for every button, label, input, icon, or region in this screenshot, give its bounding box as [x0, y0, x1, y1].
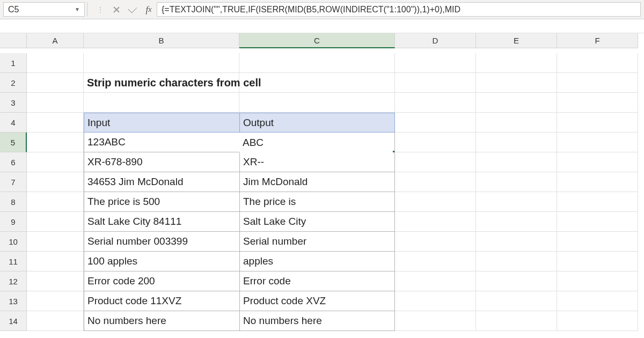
row-header-12[interactable]: 12	[0, 271, 27, 291]
cell-B2-title[interactable]: Strip numeric characters from cell	[84, 73, 239, 93]
cell-A10[interactable]	[27, 232, 84, 252]
cell-D4[interactable]	[395, 113, 476, 133]
select-all-corner[interactable]	[0, 33, 27, 48]
cell-C7[interactable]: Jim McDonald	[239, 172, 395, 192]
row-header-6[interactable]: 6	[0, 152, 27, 172]
cell-D1[interactable]	[395, 53, 476, 73]
cell-E1[interactable]	[476, 53, 557, 73]
cell-E6[interactable]	[476, 152, 557, 172]
cell-E7[interactable]	[476, 172, 557, 192]
dots-button[interactable]: ⋮	[92, 0, 108, 19]
row-header-7[interactable]: 7	[0, 172, 27, 192]
cell-F3[interactable]	[557, 93, 638, 113]
cell-B6[interactable]: XR-678-890	[84, 152, 239, 172]
cell-D10[interactable]	[395, 232, 476, 252]
cell-A14[interactable]	[27, 311, 84, 331]
cell-A11[interactable]	[27, 252, 84, 271]
name-box-dropdown-icon[interactable]: ▼	[75, 6, 80, 12]
cell-F13[interactable]	[557, 291, 638, 311]
cell-C14[interactable]: No numbers here	[239, 311, 395, 331]
cell-B1[interactable]	[84, 53, 239, 73]
cell-F2[interactable]	[557, 73, 638, 93]
cell-F5[interactable]	[557, 133, 638, 152]
cell-D5[interactable]	[395, 133, 476, 152]
cell-F6[interactable]	[557, 152, 638, 172]
cell-D13[interactable]	[395, 291, 476, 311]
confirm-button[interactable]	[125, 0, 141, 19]
cell-A3[interactable]	[27, 93, 84, 113]
cell-C10[interactable]: Serial number	[239, 232, 395, 252]
cell-C3[interactable]	[239, 93, 395, 113]
cell-A6[interactable]	[27, 152, 84, 172]
row-header-9[interactable]: 9	[0, 212, 27, 232]
cell-D6[interactable]	[395, 152, 476, 172]
cell-C8[interactable]: The price is	[239, 192, 395, 212]
cell-B11[interactable]: 100 apples	[84, 252, 239, 271]
cell-B10[interactable]: Serial number 003399	[84, 232, 239, 252]
cell-F8[interactable]	[557, 192, 638, 212]
cell-A13[interactable]	[27, 291, 84, 311]
cell-E9[interactable]	[476, 212, 557, 232]
row-header-1[interactable]: 1	[0, 53, 27, 73]
cell-F10[interactable]	[557, 232, 638, 252]
row-header-3[interactable]: 3	[0, 93, 27, 113]
cell-C9[interactable]: Salt Lake City	[239, 212, 395, 232]
row-header-14[interactable]: 14	[0, 311, 27, 331]
cancel-button[interactable]	[108, 0, 125, 19]
cell-F7[interactable]	[557, 172, 638, 192]
cell-B13[interactable]: Product code 11XVZ	[84, 291, 239, 311]
row-header-8[interactable]: 8	[0, 192, 27, 212]
col-header-C[interactable]: C	[239, 33, 395, 48]
cell-C2[interactable]	[239, 73, 395, 93]
row-header-10[interactable]: 10	[0, 232, 27, 252]
formula-input[interactable]: {=TEXTJOIN("",TRUE,IF(ISERR(MID(B5,ROW(I…	[157, 2, 641, 17]
cell-A2[interactable]	[27, 73, 84, 93]
cell-C11[interactable]: apples	[239, 252, 395, 271]
cell-E2[interactable]	[476, 73, 557, 93]
fx-button[interactable]: fx	[141, 0, 157, 19]
table-header-output[interactable]: Output	[239, 113, 395, 133]
cell-F14[interactable]	[557, 311, 638, 331]
col-header-E[interactable]: E	[476, 33, 557, 48]
col-header-A[interactable]: A	[27, 33, 84, 48]
cell-F12[interactable]	[557, 271, 638, 291]
cell-D12[interactable]	[395, 271, 476, 291]
cell-D14[interactable]	[395, 311, 476, 331]
cell-E8[interactable]	[476, 192, 557, 212]
cell-D8[interactable]	[395, 192, 476, 212]
cell-C6[interactable]: XR--	[239, 152, 395, 172]
name-box[interactable]: C5 ▼	[3, 2, 85, 17]
cell-B12[interactable]: Error code 200	[84, 271, 239, 291]
cell-C13[interactable]: Product code XVZ	[239, 291, 395, 311]
cell-B8[interactable]: The price is 500	[84, 192, 239, 212]
cell-F1[interactable]	[557, 53, 638, 73]
cell-F4[interactable]	[557, 113, 638, 133]
cell-A12[interactable]	[27, 271, 84, 291]
cell-A1[interactable]	[27, 53, 84, 73]
cell-E13[interactable]	[476, 291, 557, 311]
cell-D9[interactable]	[395, 212, 476, 232]
cell-C1[interactable]	[239, 53, 395, 73]
cell-C5-selected[interactable]: ABC	[239, 133, 395, 152]
cell-D3[interactable]	[395, 93, 476, 113]
row-header-13[interactable]: 13	[0, 291, 27, 311]
cell-D7[interactable]	[395, 172, 476, 192]
row-header-4[interactable]: 4	[0, 113, 27, 133]
cell-A4[interactable]	[27, 113, 84, 133]
cell-B3[interactable]	[84, 93, 239, 113]
cell-B9[interactable]: Salt Lake City 84111	[84, 212, 239, 232]
cell-B5[interactable]: 123ABC	[84, 133, 239, 152]
row-header-5[interactable]: 5	[0, 133, 27, 152]
cell-E10[interactable]	[476, 232, 557, 252]
cell-A5[interactable]	[27, 133, 84, 152]
cell-E11[interactable]	[476, 252, 557, 271]
cell-E14[interactable]	[476, 311, 557, 331]
col-header-F[interactable]: F	[557, 33, 638, 48]
spreadsheet-grid[interactable]: A B C D E F 1 2 Strip numeric characters…	[0, 33, 644, 331]
cell-B14[interactable]: No numbers here	[84, 311, 239, 331]
cell-D11[interactable]	[395, 252, 476, 271]
cell-D2[interactable]	[395, 73, 476, 93]
col-header-D[interactable]: D	[395, 33, 476, 48]
cell-A7[interactable]	[27, 172, 84, 192]
table-header-input[interactable]: Input	[84, 113, 239, 133]
